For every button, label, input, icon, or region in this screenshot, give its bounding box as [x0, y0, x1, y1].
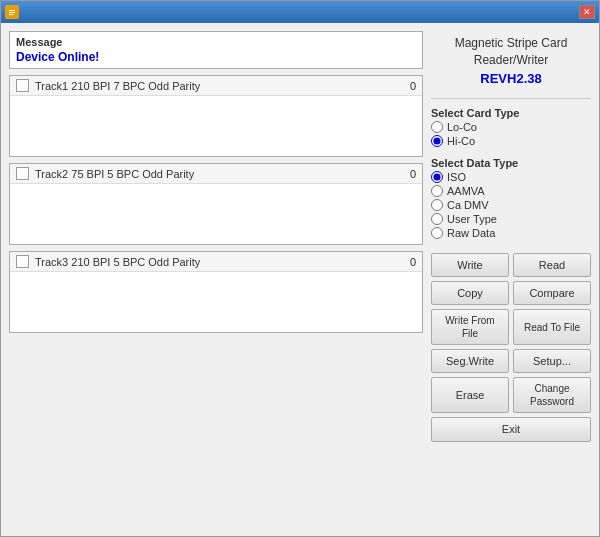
track1-textarea[interactable]	[10, 96, 422, 156]
close-button[interactable]: ✕	[579, 5, 595, 19]
data-type-label: Select Data Type	[431, 157, 591, 169]
cadmv-radio[interactable]	[431, 199, 443, 211]
cadmv-radio-item[interactable]: Ca DMV	[431, 199, 591, 211]
iso-label: ISO	[447, 171, 466, 183]
track3-count: 0	[410, 256, 416, 268]
track2-count: 0	[410, 168, 416, 180]
aamva-radio[interactable]	[431, 185, 443, 197]
rawdata-radio-item[interactable]: Raw Data	[431, 227, 591, 239]
track3-checkbox[interactable]	[16, 255, 29, 268]
loco-label: Lo-Co	[447, 121, 477, 133]
erase-button[interactable]: Erase	[431, 377, 509, 413]
data-type-group: Select Data Type ISO AAMVA Ca DMV	[431, 157, 591, 243]
track2-section: Track2 75 BPI 5 BPC Odd Parity 0	[9, 163, 423, 245]
track2-info: Track2 75 BPI 5 BPC Odd Parity	[35, 168, 404, 180]
track2-header: Track2 75 BPI 5 BPC Odd Parity 0	[10, 164, 422, 184]
action-buttons: Write Read Copy Compare Write From File …	[431, 253, 591, 442]
data-type-radio-group: ISO AAMVA Ca DMV User Type	[431, 171, 591, 239]
aamva-label: AAMVA	[447, 185, 485, 197]
seg-write-button[interactable]: Seg.Write	[431, 349, 509, 373]
device-info: Magnetic Stripe Card Reader/Writer REVH2…	[431, 31, 591, 90]
hico-radio-item[interactable]: Hi-Co	[431, 135, 591, 147]
separator1	[431, 98, 591, 99]
iso-radio-item[interactable]: ISO	[431, 171, 591, 183]
track1-checkbox[interactable]	[16, 79, 29, 92]
track1-section: Track1 210 BPI 7 BPC Odd Parity 0	[9, 75, 423, 157]
compare-button[interactable]: Compare	[513, 281, 591, 305]
track3-header: Track3 210 BPI 5 BPC Odd Parity 0	[10, 252, 422, 272]
track1-count: 0	[410, 80, 416, 92]
device-version: REVH2.38	[431, 71, 591, 86]
change-password-button[interactable]: Change Password	[513, 377, 591, 413]
track1-info: Track1 210 BPI 7 BPC Odd Parity	[35, 80, 404, 92]
track3-textarea[interactable]	[10, 272, 422, 332]
setup-button[interactable]: Setup...	[513, 349, 591, 373]
usertype-label: User Type	[447, 213, 497, 225]
hico-radio[interactable]	[431, 135, 443, 147]
card-type-radio-group: Lo-Co Hi-Co	[431, 121, 591, 147]
usertype-radio[interactable]	[431, 213, 443, 225]
cadmv-label: Ca DMV	[447, 199, 489, 211]
svg-rect-2	[9, 12, 15, 13]
rawdata-radio[interactable]	[431, 227, 443, 239]
write-from-file-button[interactable]: Write From File	[431, 309, 509, 345]
right-panel: Magnetic Stripe Card Reader/Writer REVH2…	[431, 31, 591, 528]
content-area: Message Device Online! Track1 210 BPI 7 …	[1, 23, 599, 536]
track3-info: Track3 210 BPI 5 BPC Odd Parity	[35, 256, 404, 268]
aamva-radio-item[interactable]: AAMVA	[431, 185, 591, 197]
svg-rect-3	[9, 14, 13, 15]
usertype-radio-item[interactable]: User Type	[431, 213, 591, 225]
card-type-label: Select Card Type	[431, 107, 591, 119]
title-bar-left	[5, 5, 19, 19]
write-button[interactable]: Write	[431, 253, 509, 277]
message-label: Message	[16, 36, 416, 48]
message-group: Message Device Online!	[9, 31, 423, 69]
track2-textarea[interactable]	[10, 184, 422, 244]
loco-radio-item[interactable]: Lo-Co	[431, 121, 591, 133]
device-title-line1: Magnetic Stripe Card	[431, 35, 591, 52]
read-to-file-button[interactable]: Read To File	[513, 309, 591, 345]
track3-section: Track3 210 BPI 5 BPC Odd Parity 0	[9, 251, 423, 333]
iso-radio[interactable]	[431, 171, 443, 183]
rawdata-label: Raw Data	[447, 227, 495, 239]
device-title-line2: Reader/Writer	[431, 52, 591, 69]
hico-label: Hi-Co	[447, 135, 475, 147]
copy-button[interactable]: Copy	[431, 281, 509, 305]
track2-checkbox[interactable]	[16, 167, 29, 180]
exit-button[interactable]: Exit	[431, 417, 591, 441]
main-window: ✕ Message Device Online! Track1 210 BPI …	[0, 0, 600, 537]
title-controls: ✕	[579, 5, 595, 19]
read-button[interactable]: Read	[513, 253, 591, 277]
svg-rect-1	[9, 10, 15, 11]
title-bar: ✕	[1, 1, 599, 23]
card-type-group: Select Card Type Lo-Co Hi-Co	[431, 107, 591, 151]
track1-header: Track1 210 BPI 7 BPC Odd Parity 0	[10, 76, 422, 96]
app-icon	[5, 5, 19, 19]
loco-radio[interactable]	[431, 121, 443, 133]
left-panel: Message Device Online! Track1 210 BPI 7 …	[9, 31, 423, 528]
message-text: Device Online!	[16, 50, 416, 64]
